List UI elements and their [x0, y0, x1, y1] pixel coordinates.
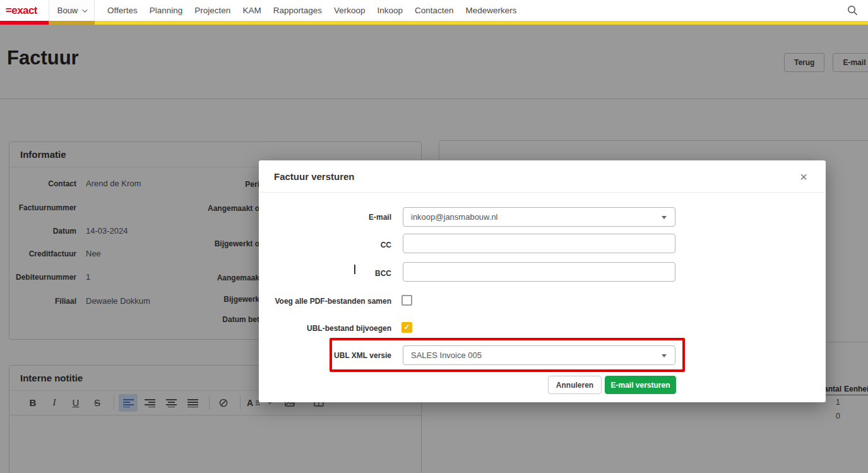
- app-window: =exact Bouw Offertes Planning Projecten …: [0, 0, 868, 473]
- ubl-version-dropdown[interactable]: SALES Invoice 005: [403, 345, 675, 365]
- nav-item-rapportages[interactable]: Rapportages: [273, 6, 322, 15]
- text-cursor: [354, 265, 355, 274]
- nav-underline-gold: [49, 21, 95, 25]
- nav-item-verkoop[interactable]: Verkoop: [334, 6, 366, 15]
- nav-underline-red: [0, 21, 49, 25]
- nav-item-medewerkers[interactable]: Medewerkers: [466, 6, 517, 15]
- division-label: Bouw: [57, 6, 78, 15]
- merge-pdf-label: Voeg alle PDF-bestanden samen: [265, 297, 391, 306]
- nav-underline-yellow: [95, 21, 868, 25]
- search-icon[interactable]: [847, 5, 858, 16]
- nav-item-projecten[interactable]: Projecten: [194, 6, 230, 15]
- cc-input[interactable]: [403, 234, 675, 253]
- caret-down-icon: [662, 216, 667, 219]
- nav-item-offertes[interactable]: Offertes: [107, 6, 138, 15]
- nav-item-inkoop[interactable]: Inkoop: [378, 6, 403, 15]
- ubl-version-value: SALES Invoice 005: [411, 350, 482, 360]
- dialog-title: Factuur versturen: [274, 160, 355, 193]
- ubl-version-label: UBL XML versie: [265, 351, 391, 360]
- division-dropdown[interactable]: Bouw: [49, 0, 95, 21]
- email-label: E-mail: [265, 213, 391, 222]
- send-email-button[interactable]: E-mail versturen: [605, 376, 676, 394]
- nav-item-contacten[interactable]: Contacten: [415, 6, 454, 15]
- top-nav: =exact Bouw Offertes Planning Projecten …: [0, 0, 868, 21]
- chevron-down-icon: [82, 7, 87, 12]
- merge-pdf-checkbox[interactable]: [401, 295, 412, 306]
- cc-label: CC: [265, 241, 391, 249]
- email-dropdown[interactable]: inkoop@jansmabouw.nl: [403, 207, 675, 227]
- nav-menu: Offertes Planning Projecten KAM Rapporta…: [107, 0, 517, 21]
- exact-logo[interactable]: =exact: [6, 0, 37, 21]
- close-icon[interactable]: ×: [796, 169, 811, 184]
- caret-down-icon: [662, 354, 667, 357]
- nav-item-planning[interactable]: Planning: [150, 6, 183, 15]
- email-value: inkoop@jansmabouw.nl: [411, 212, 498, 222]
- nav-item-kam[interactable]: KAM: [242, 6, 261, 15]
- attach-ubl-label: UBL-bestand bijvoegen: [265, 324, 391, 333]
- cancel-button[interactable]: Annuleren: [548, 376, 602, 394]
- attach-ubl-checkbox-checked[interactable]: ✓: [401, 322, 412, 333]
- bcc-input[interactable]: [403, 262, 675, 282]
- bcc-label: BCC: [265, 269, 391, 278]
- factuur-versturen-dialog: Factuur versturen × E-mail inkoop@jansma…: [259, 160, 826, 402]
- dialog-header: Factuur versturen ×: [259, 160, 826, 193]
